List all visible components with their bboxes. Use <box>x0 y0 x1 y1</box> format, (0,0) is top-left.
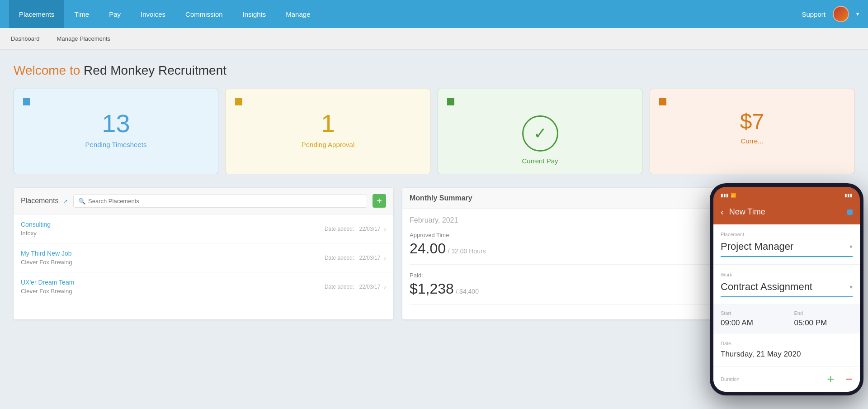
phone-date-section: Date Thursday, 21 May 2020 <box>713 333 860 366</box>
nav-right: Support ▾ <box>802 6 859 22</box>
nav-item-placements[interactable]: Placements <box>9 0 64 28</box>
support-link[interactable]: Support <box>802 10 826 18</box>
placement-info: UX'er Dream Team Clever Fox Brewing <box>21 279 74 295</box>
phone-duration-minus-button[interactable]: − <box>845 372 853 386</box>
sub-nav-dashboard[interactable]: Dashboard <box>9 28 42 50</box>
card-orange-value: $7 <box>659 111 845 133</box>
paid-value: $1,238 <box>410 281 454 297</box>
nav-item-commission[interactable]: Commission <box>175 0 233 28</box>
phone-duration-controls: + − <box>827 372 853 386</box>
placement-row-inner: UX'er Dream Team Clever Fox Brewing Date… <box>21 279 386 295</box>
card-orange-label: Curre... <box>659 137 845 145</box>
phone-back-button[interactable]: ‹ <box>721 207 724 217</box>
placement-info: My Third New Job Clever Fox Brewing <box>21 250 72 266</box>
placement-meta-row: Date added: 22/03/17 › <box>325 225 386 233</box>
phone-date-label: Date <box>721 341 853 346</box>
nav-item-pay[interactable]: Pay <box>99 0 131 28</box>
phone-end-label: End <box>794 310 853 316</box>
placement-company-consulting: Infoxy <box>21 230 51 237</box>
search-input[interactable] <box>88 198 362 204</box>
placement-company-third: Clever Fox Brewing <box>21 259 72 266</box>
bottom-section: Placements ↗ 🔍 + Consulting Infoxy <box>14 188 854 319</box>
nav-item-time[interactable]: Time <box>64 0 99 28</box>
phone-duration-label: Duration <box>721 376 740 382</box>
main-content: Welcome to Red Monkey Recruitment 13 Pen… <box>0 50 868 328</box>
card-orange-indicator <box>659 98 666 105</box>
monthly-summary-title: Monthly Summary <box>410 194 472 202</box>
welcome-org: Red Monkey Recruitment <box>80 63 226 77</box>
placement-date-consulting: Date added: 22/03/17 <box>325 226 380 232</box>
card-check-icon: ✓ <box>522 115 558 152</box>
approved-time-total: / 32.00 Hours <box>448 247 486 255</box>
nav-item-invoices[interactable]: Invoices <box>131 0 175 28</box>
nav-item-insights[interactable]: Insights <box>233 0 276 28</box>
card-pending-approval[interactable]: 1 Pending Approval <box>226 89 430 174</box>
placement-chevron-icon: › <box>384 283 386 290</box>
placements-panel-header: Placements ↗ 🔍 + <box>14 188 393 214</box>
placement-name-consulting[interactable]: Consulting <box>21 221 51 228</box>
paid-total: / $4,400 <box>456 288 479 295</box>
phone-duration-plus-button[interactable]: + <box>827 372 834 386</box>
phone-end-col: End 05:00 PM <box>787 305 860 333</box>
phone-work-label: Work <box>721 272 853 277</box>
add-placement-button[interactable]: + <box>373 194 386 208</box>
welcome-accent: Welcome to <box>14 63 80 77</box>
phone-work-value[interactable]: Contract Assignment ▾ <box>721 281 853 297</box>
placement-row: My Third New Job Clever Fox Brewing Date… <box>14 243 393 272</box>
placement-meta-row: Date added: 22/03/17 › <box>325 254 386 262</box>
phone-signal-icon: ▮▮▮ 📶 <box>721 193 736 198</box>
placements-external-link-icon[interactable]: ↗ <box>63 198 68 204</box>
placement-row-inner: My Third New Job Clever Fox Brewing Date… <box>21 250 386 266</box>
card-current-pay-2[interactable]: $7 Curre... <box>650 89 854 174</box>
card-pending-timesheets[interactable]: 13 Pending Timesheets <box>14 89 218 174</box>
card-pending-approval-label: Pending Approval <box>235 141 421 148</box>
sub-nav-manage-placements[interactable]: Manage Placements <box>55 28 113 50</box>
placement-chevron-icon: › <box>384 225 386 233</box>
phone-body: Placement Project Manager ▾ Work Contrac… <box>713 224 860 392</box>
phone-placement-section: Placement Project Manager ▾ <box>713 224 860 265</box>
card-pending-timesheets-label: Pending Timesheets <box>23 141 209 148</box>
search-icon: 🔍 <box>78 198 85 204</box>
approved-time-value: 24.00 <box>410 240 446 257</box>
phone-start-label: Start <box>721 310 779 316</box>
card-current-pay[interactable]: ✓ Current Pay <box>438 89 642 174</box>
phone-duration-row: Duration + − <box>713 366 860 392</box>
card-pending-timesheets-value: 13 <box>23 111 209 136</box>
placement-date-third: Date added: 22/03/17 <box>325 255 380 261</box>
phone-placement-value[interactable]: Project Manager ▾ <box>721 241 853 257</box>
phone-overlay: ▮▮▮ 📶 ▮▮▮ ‹ New Time Placement Project M… <box>710 183 863 395</box>
placement-row: UX'er Dream Team Clever Fox Brewing Date… <box>14 272 393 301</box>
placements-panel-title: Placements ↗ <box>21 197 68 205</box>
phone-work-caret-icon: ▾ <box>849 283 853 290</box>
search-box: 🔍 <box>73 195 367 208</box>
placement-date-ux: Date added: 22/03/17 <box>325 284 380 290</box>
placement-chevron-icon: › <box>384 254 386 262</box>
avatar[interactable] <box>833 6 849 22</box>
avatar-caret-icon: ▾ <box>856 11 859 17</box>
phone-start-col: Start 09:00 AM <box>713 305 787 333</box>
phone-header-indicator <box>847 209 853 215</box>
placements-panel: Placements ↗ 🔍 + Consulting Infoxy <box>14 188 393 319</box>
phone-placement-label: Placement <box>721 232 853 237</box>
placement-company-ux: Clever Fox Brewing <box>21 288 74 295</box>
phone-screen-title: New Time <box>729 207 842 217</box>
placement-row-inner: Consulting Infoxy Date added: 22/03/17 › <box>21 221 386 237</box>
placement-name-third[interactable]: My Third New Job <box>21 250 72 257</box>
sub-navigation: Dashboard Manage Placements <box>0 28 868 50</box>
card-yellow-indicator <box>235 98 242 105</box>
phone-status-bar: ▮▮▮ 📶 ▮▮▮ <box>713 187 860 203</box>
phone-end-value[interactable]: 05:00 PM <box>794 319 853 328</box>
phone-placement-caret-icon: ▾ <box>849 243 853 250</box>
phone-battery-icon: ▮▮▮ <box>844 193 853 198</box>
placement-name-ux[interactable]: UX'er Dream Team <box>21 279 74 286</box>
summary-cards: 13 Pending Timesheets 1 Pending Approval… <box>14 89 854 174</box>
card-blue-indicator <box>23 98 30 105</box>
card-green-indicator <box>447 98 454 105</box>
phone-start-value[interactable]: 09:00 AM <box>721 319 779 328</box>
nav-item-manage[interactable]: Manage <box>276 0 320 28</box>
top-navigation: Placements Time Pay Invoices Commission … <box>0 0 868 28</box>
card-pending-approval-value: 1 <box>235 111 421 136</box>
phone-work-section: Work Contract Assignment ▾ <box>713 265 860 305</box>
phone-date-value[interactable]: Thursday, 21 May 2020 <box>721 350 853 359</box>
placement-meta-row: Date added: 22/03/17 › <box>325 283 386 290</box>
